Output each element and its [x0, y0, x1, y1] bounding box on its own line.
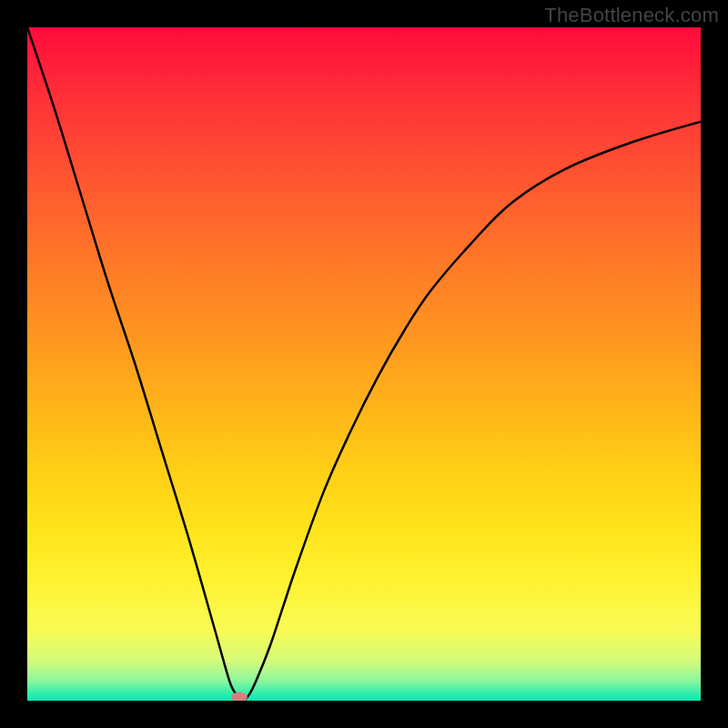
chart-frame: TheBottleneck.com: [0, 0, 728, 728]
plot-area: [27, 27, 701, 701]
optimum-marker: [231, 693, 248, 701]
bottleneck-curve: [27, 27, 701, 701]
watermark-text: TheBottleneck.com: [544, 4, 719, 27]
